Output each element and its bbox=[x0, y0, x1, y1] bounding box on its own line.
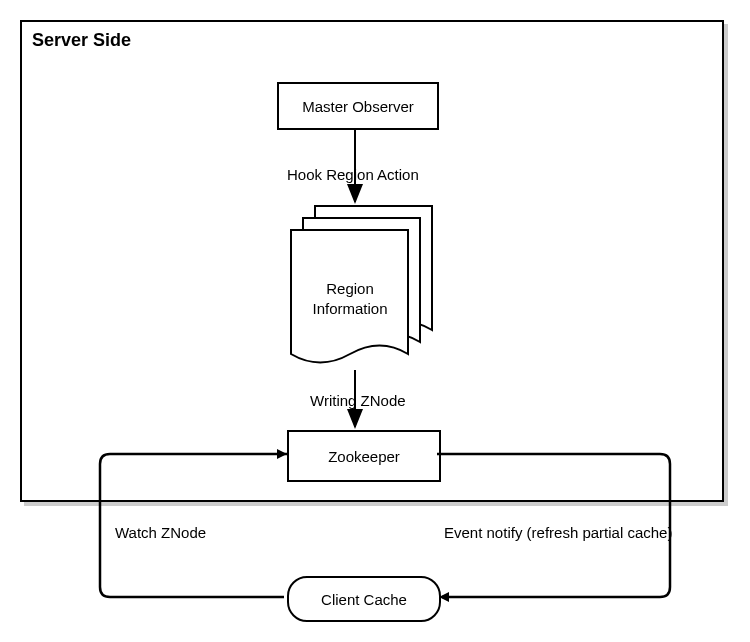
region-info-label: RegionInformation bbox=[300, 279, 400, 318]
master-observer-node: Master Observer bbox=[277, 82, 439, 130]
event-edge-label: Event notify (refresh partial cache) bbox=[442, 524, 674, 541]
client-cache-label: Client Cache bbox=[321, 591, 407, 608]
diagram-canvas: Server Side Master Observer RegionInform… bbox=[10, 10, 740, 632]
server-side-title: Server Side bbox=[32, 30, 131, 51]
zookeeper-label: Zookeeper bbox=[328, 448, 400, 465]
client-cache-node: Client Cache bbox=[287, 576, 441, 622]
master-observer-label: Master Observer bbox=[302, 98, 414, 115]
watch-edge-label: Watch ZNode bbox=[113, 524, 208, 541]
writing-edge-label: Writing ZNode bbox=[308, 392, 408, 409]
document-shape-front: RegionInformation bbox=[290, 229, 408, 374]
zookeeper-node: Zookeeper bbox=[287, 430, 441, 482]
hook-edge-label: Hook Region Action bbox=[285, 166, 421, 183]
